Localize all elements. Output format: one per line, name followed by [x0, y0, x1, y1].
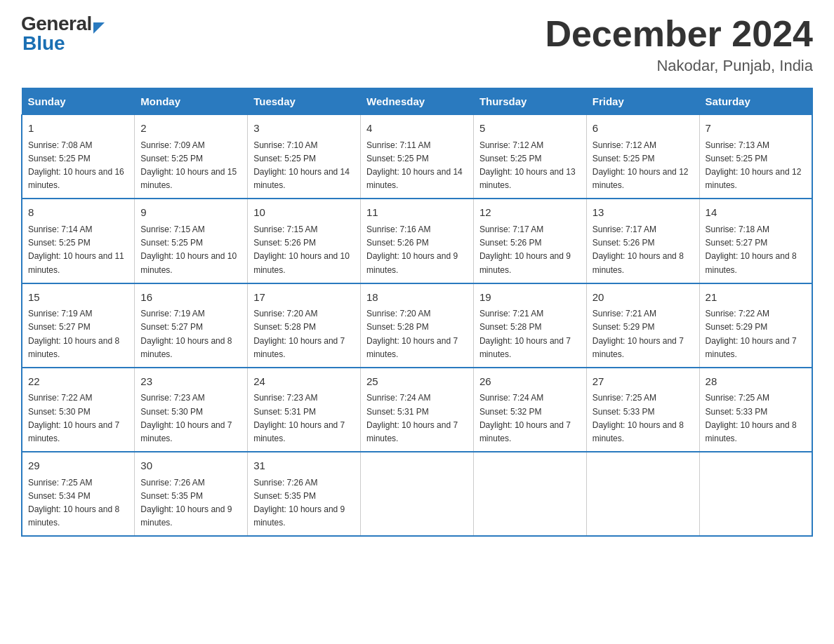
- day-number: 30: [140, 458, 241, 474]
- day-info: Sunrise: 7:19 AMSunset: 5:27 PMDaylight:…: [28, 309, 119, 359]
- day-info: Sunrise: 7:20 AMSunset: 5:28 PMDaylight:…: [366, 309, 458, 359]
- day-number: 25: [366, 374, 468, 390]
- calendar-cell: 8 Sunrise: 7:14 AMSunset: 5:25 PMDayligh…: [22, 199, 135, 283]
- day-info: Sunrise: 7:17 AMSunset: 5:26 PMDaylight:…: [479, 224, 571, 275]
- logo: General Blue: [21, 14, 105, 53]
- day-number: 13: [593, 205, 694, 221]
- logo-general: General: [21, 14, 92, 34]
- calendar-cell: 22 Sunrise: 7:22 AMSunset: 5:30 PMDaylig…: [22, 368, 135, 452]
- day-number: 15: [28, 290, 128, 306]
- col-header-thursday: Thursday: [473, 88, 586, 115]
- day-info: Sunrise: 7:22 AMSunset: 5:30 PMDaylight:…: [28, 393, 119, 443]
- calendar-cell: [586, 452, 699, 536]
- calendar-week-row: 8 Sunrise: 7:14 AMSunset: 5:25 PMDayligh…: [22, 199, 812, 283]
- calendar-cell: 9 Sunrise: 7:15 AMSunset: 5:25 PMDayligh…: [135, 199, 248, 283]
- calendar-cell: 29 Sunrise: 7:25 AMSunset: 5:34 PMDaylig…: [22, 452, 135, 536]
- calendar-cell: 5 Sunrise: 7:12 AMSunset: 5:25 PMDayligh…: [473, 115, 586, 199]
- calendar-cell: 19 Sunrise: 7:21 AMSunset: 5:28 PMDaylig…: [473, 283, 586, 368]
- calendar-cell: 6 Sunrise: 7:12 AMSunset: 5:25 PMDayligh…: [586, 115, 699, 199]
- calendar-week-row: 15 Sunrise: 7:19 AMSunset: 5:27 PMDaylig…: [22, 283, 812, 368]
- calendar-cell: 2 Sunrise: 7:09 AMSunset: 5:25 PMDayligh…: [135, 115, 248, 199]
- calendar-week-row: 29 Sunrise: 7:25 AMSunset: 5:34 PMDaylig…: [22, 452, 812, 536]
- day-number: 19: [479, 290, 581, 306]
- day-number: 18: [366, 290, 468, 306]
- calendar-cell: 17 Sunrise: 7:20 AMSunset: 5:28 PMDaylig…: [248, 283, 361, 368]
- day-info: Sunrise: 7:25 AMSunset: 5:33 PMDaylight:…: [593, 393, 684, 443]
- day-number: 22: [28, 374, 128, 390]
- day-info: Sunrise: 7:21 AMSunset: 5:29 PMDaylight:…: [593, 309, 684, 359]
- day-info: Sunrise: 7:13 AMSunset: 5:25 PMDaylight:…: [706, 140, 802, 191]
- logo-blue: Blue: [22, 32, 65, 54]
- day-info: Sunrise: 7:25 AMSunset: 5:33 PMDaylight:…: [706, 393, 797, 443]
- calendar-cell: 13 Sunrise: 7:17 AMSunset: 5:26 PMDaylig…: [586, 199, 699, 283]
- calendar-cell: 30 Sunrise: 7:26 AMSunset: 5:35 PMDaylig…: [135, 452, 248, 536]
- calendar-cell: 7 Sunrise: 7:13 AMSunset: 5:25 PMDayligh…: [699, 115, 812, 199]
- day-number: 4: [366, 121, 468, 137]
- calendar-cell: 12 Sunrise: 7:17 AMSunset: 5:26 PMDaylig…: [473, 199, 586, 283]
- day-number: 29: [28, 458, 128, 474]
- calendar-cell: 4 Sunrise: 7:11 AMSunset: 5:25 PMDayligh…: [361, 115, 474, 199]
- day-number: 6: [593, 121, 694, 137]
- calendar-cell: [699, 452, 812, 536]
- calendar-cell: 15 Sunrise: 7:19 AMSunset: 5:27 PMDaylig…: [22, 283, 135, 368]
- day-number: 20: [593, 290, 694, 306]
- day-info: Sunrise: 7:24 AMSunset: 5:32 PMDaylight:…: [479, 393, 571, 443]
- col-header-sunday: Sunday: [22, 88, 135, 115]
- day-number: 7: [706, 121, 806, 137]
- day-info: Sunrise: 7:17 AMSunset: 5:26 PMDaylight:…: [593, 224, 684, 275]
- calendar-cell: 20 Sunrise: 7:21 AMSunset: 5:29 PMDaylig…: [586, 283, 699, 368]
- day-info: Sunrise: 7:15 AMSunset: 5:25 PMDaylight:…: [140, 224, 237, 275]
- col-header-wednesday: Wednesday: [361, 88, 474, 115]
- day-info: Sunrise: 7:12 AMSunset: 5:25 PMDaylight:…: [593, 140, 689, 191]
- day-number: 27: [593, 374, 694, 390]
- day-number: 14: [706, 205, 806, 221]
- calendar-cell: 10 Sunrise: 7:15 AMSunset: 5:26 PMDaylig…: [248, 199, 361, 283]
- day-number: 3: [253, 121, 355, 137]
- calendar-cell: 11 Sunrise: 7:16 AMSunset: 5:26 PMDaylig…: [361, 199, 474, 283]
- calendar-cell: 14 Sunrise: 7:18 AMSunset: 5:27 PMDaylig…: [699, 199, 812, 283]
- day-info: Sunrise: 7:09 AMSunset: 5:25 PMDaylight:…: [140, 140, 237, 191]
- day-number: 5: [479, 121, 581, 137]
- day-info: Sunrise: 7:14 AMSunset: 5:25 PMDaylight:…: [28, 224, 124, 275]
- col-header-tuesday: Tuesday: [248, 88, 361, 115]
- page-header: General Blue December 2024 Nakodar, Punj…: [21, 14, 813, 75]
- calendar-week-row: 22 Sunrise: 7:22 AMSunset: 5:30 PMDaylig…: [22, 368, 812, 452]
- day-info: Sunrise: 7:11 AMSunset: 5:25 PMDaylight:…: [366, 140, 463, 191]
- day-info: Sunrise: 7:08 AMSunset: 5:25 PMDaylight:…: [28, 140, 124, 191]
- day-info: Sunrise: 7:25 AMSunset: 5:34 PMDaylight:…: [28, 478, 119, 528]
- day-number: 8: [28, 205, 128, 221]
- day-info: Sunrise: 7:22 AMSunset: 5:29 PMDaylight:…: [706, 309, 797, 359]
- day-number: 9: [140, 205, 241, 221]
- calendar-cell: 28 Sunrise: 7:25 AMSunset: 5:33 PMDaylig…: [699, 368, 812, 452]
- day-number: 1: [28, 121, 128, 137]
- day-info: Sunrise: 7:15 AMSunset: 5:26 PMDaylight:…: [253, 224, 350, 275]
- calendar-cell: 18 Sunrise: 7:20 AMSunset: 5:28 PMDaylig…: [361, 283, 474, 368]
- calendar-table: SundayMondayTuesdayWednesdayThursdayFrid…: [21, 88, 813, 537]
- calendar-cell: [361, 452, 474, 536]
- calendar-cell: 31 Sunrise: 7:26 AMSunset: 5:35 PMDaylig…: [248, 452, 361, 536]
- calendar-cell: 26 Sunrise: 7:24 AMSunset: 5:32 PMDaylig…: [473, 368, 586, 452]
- col-header-saturday: Saturday: [699, 88, 812, 115]
- calendar-week-row: 1 Sunrise: 7:08 AMSunset: 5:25 PMDayligh…: [22, 115, 812, 199]
- day-info: Sunrise: 7:21 AMSunset: 5:28 PMDaylight:…: [479, 309, 571, 359]
- calendar-header-row: SundayMondayTuesdayWednesdayThursdayFrid…: [22, 88, 812, 115]
- day-info: Sunrise: 7:19 AMSunset: 5:27 PMDaylight:…: [140, 309, 232, 359]
- day-number: 23: [140, 374, 241, 390]
- col-header-friday: Friday: [586, 88, 699, 115]
- day-number: 28: [706, 374, 806, 390]
- day-info: Sunrise: 7:26 AMSunset: 5:35 PMDaylight:…: [140, 478, 232, 528]
- title-block: December 2024 Nakodar, Punjab, India: [545, 14, 813, 75]
- day-number: 10: [253, 205, 355, 221]
- day-info: Sunrise: 7:24 AMSunset: 5:31 PMDaylight:…: [366, 393, 458, 443]
- calendar-cell: 16 Sunrise: 7:19 AMSunset: 5:27 PMDaylig…: [135, 283, 248, 368]
- day-info: Sunrise: 7:10 AMSunset: 5:25 PMDaylight:…: [253, 140, 350, 191]
- day-info: Sunrise: 7:12 AMSunset: 5:25 PMDaylight:…: [479, 140, 576, 191]
- day-info: Sunrise: 7:23 AMSunset: 5:30 PMDaylight:…: [140, 393, 232, 443]
- day-number: 11: [366, 205, 468, 221]
- day-number: 16: [140, 290, 241, 306]
- location-subtitle: Nakodar, Punjab, India: [545, 57, 813, 75]
- month-title: December 2024: [545, 14, 813, 54]
- day-number: 12: [479, 205, 581, 221]
- day-info: Sunrise: 7:20 AMSunset: 5:28 PMDaylight:…: [253, 309, 345, 359]
- day-info: Sunrise: 7:26 AMSunset: 5:35 PMDaylight:…: [253, 478, 345, 528]
